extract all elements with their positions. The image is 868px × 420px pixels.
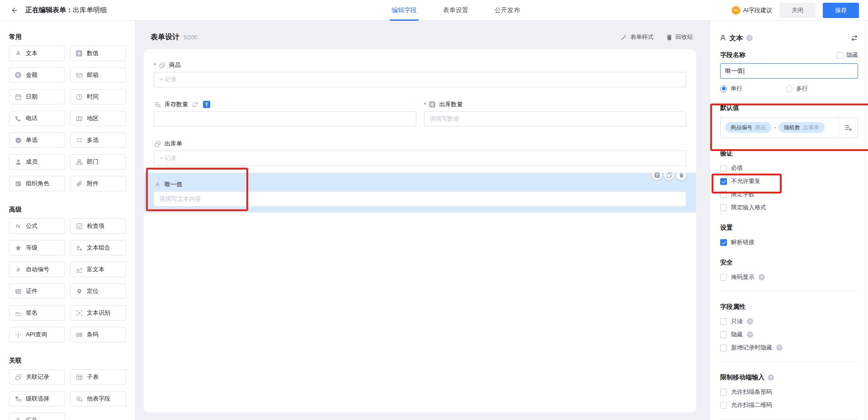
sidebar-item-subform[interactable]: 子表 — [70, 369, 126, 385]
sidebar-item-label: 部门 — [87, 158, 99, 166]
duplicate-field-button[interactable] — [664, 170, 674, 180]
sidebar-item-signature[interactable]: 签名 — [9, 305, 65, 321]
canvas-tool-trash[interactable]: 回收站 — [665, 33, 693, 41]
help-icon[interactable]: ? — [776, 344, 783, 351]
default-value-tag[interactable]: 随机数出库单 — [778, 122, 825, 133]
text-icon: A — [154, 181, 161, 188]
sidebar-item-text-combo[interactable]: 文本组合 — [70, 240, 126, 255]
option-row-新增记录时隐藏: 新增记录时隐藏? — [720, 343, 858, 352]
sidebar-item-id-card[interactable]: 证件 — [9, 283, 65, 299]
field-input-库存数量[interactable] — [154, 111, 416, 127]
sidebar-item-ocr[interactable]: A文本识别 — [70, 305, 126, 321]
checkbox-解析链接[interactable] — [720, 239, 727, 246]
checkbox-新增记录时隐藏[interactable] — [720, 344, 727, 351]
field-label: 出库单 — [154, 139, 686, 148]
back-arrow-icon[interactable] — [9, 5, 20, 16]
checkbox-掩码显示[interactable] — [720, 274, 727, 281]
option-row-只读: 只读? — [720, 317, 858, 326]
sidebar-item-formula[interactable]: fx公式 — [9, 218, 65, 234]
checkbox-只读[interactable] — [720, 318, 727, 325]
sidebar-item-rich-text[interactable]: A富文本 — [70, 262, 126, 277]
tab-编辑字段[interactable]: 编辑字段 — [392, 0, 417, 21]
sidebar-item-rating[interactable]: 等级 — [9, 240, 65, 255]
sidebar-item-money[interactable]: ¥金额 — [9, 67, 65, 83]
checkbox-限定输入格式[interactable] — [720, 204, 727, 211]
help-icon[interactable]: ? — [759, 274, 765, 280]
field-input-唯一值[interactable]: 请填写文本内容 — [154, 191, 686, 207]
field-input-出库数量[interactable]: 请填写数值 — [424, 111, 687, 127]
selected-field-block[interactable]: A唯一值请填写文本内容 — [144, 173, 696, 212]
help-icon[interactable]: ? — [746, 35, 753, 41]
form-canvas: 表单设计 5/200 表单样式回收站 *商品+ 记录库存数量T *6出库数量请填… — [136, 21, 710, 420]
sidebar-item-email[interactable]: 邮箱 — [70, 67, 126, 83]
field-input-出库单[interactable]: + 记录 — [154, 151, 686, 166]
sidebar-item-multi-select[interactable]: 多选 — [70, 132, 126, 148]
default-value-tag[interactable]: 商品编号商品 — [725, 122, 771, 133]
checkbox-允许扫描二维码[interactable] — [720, 402, 727, 409]
relation-icon — [154, 140, 161, 147]
hide-checkbox[interactable]: 隐藏 — [837, 51, 858, 59]
checkbox-不允许重复[interactable] — [720, 178, 727, 185]
text-convert-badge: T — [203, 101, 210, 108]
switch-panel-icon[interactable] — [851, 34, 858, 42]
sidebar-item-summary[interactable]: Σ汇总 — [9, 413, 65, 420]
sidebar-item-location[interactable]: 定位 — [70, 283, 126, 299]
sidebar-item-other-table-field[interactable]: 他表字段 — [70, 391, 126, 406]
radio-多行[interactable] — [786, 85, 793, 92]
sidebar-item-label: 单选 — [26, 136, 38, 144]
close-button[interactable]: 关闭 — [779, 3, 816, 18]
sidebar-item-label: 富文本 — [87, 265, 104, 274]
sidebar-item-api-query[interactable]: API查询 — [9, 327, 65, 342]
checkbox-隐藏[interactable] — [720, 331, 727, 338]
sidebar-item-check-item[interactable]: 检查项 — [70, 218, 126, 234]
tab-公开发布[interactable]: 公开发布 — [495, 0, 520, 21]
checkbox-允许扫描条形码[interactable] — [720, 389, 727, 396]
help-icon[interactable]: ? — [747, 331, 753, 338]
option-label: 允许扫描二维码 — [731, 401, 772, 409]
tab-表单设置[interactable]: 表单设置 — [443, 0, 468, 21]
multi-select-icon — [75, 137, 83, 144]
sidebar-item-department[interactable]: 部门 — [70, 154, 126, 170]
ai-field-suggest-button[interactable]: AI AI字段建议 — [732, 6, 772, 14]
sidebar-item-text[interactable]: A文本 — [9, 46, 65, 61]
sidebar-item-relation[interactable]: 关联记录 — [9, 369, 65, 385]
text-combo-icon — [75, 244, 83, 251]
checkbox-限定字数[interactable] — [720, 191, 727, 198]
sidebar-item-region[interactable]: 地区 — [70, 111, 126, 126]
sidebar-item-org-role[interactable]: 组织角色 — [9, 176, 65, 191]
delete-field-button[interactable] — [676, 170, 686, 180]
radio-label: 单行 — [731, 85, 742, 93]
formula-edit-icon[interactable] — [838, 118, 858, 137]
line-mode-单行[interactable]: 单行 — [720, 85, 742, 93]
convert-field-type-button[interactable] — [652, 170, 662, 180]
line-mode-多行[interactable]: 多行 — [786, 85, 808, 93]
sidebar-item-barcode[interactable]: 条码 — [70, 327, 126, 342]
sidebar-item-auto-number[interactable]: #自动编号 — [9, 262, 65, 277]
sidebar-item-single-select[interactable]: 单选 — [9, 132, 65, 148]
sidebar-item-member[interactable]: 成员 — [9, 154, 65, 170]
default-value-input[interactable]: 商品编号商品-随机数出库单 — [720, 117, 858, 138]
sidebar-item-cascade[interactable]: 级联选择 — [9, 391, 65, 406]
auto-number-icon: # — [14, 266, 22, 273]
help-icon[interactable]: ? — [747, 318, 753, 325]
field-name-input[interactable]: 唯一值 — [720, 63, 858, 79]
delete-field-icon — [678, 171, 685, 179]
required-asterisk: * — [424, 101, 426, 108]
other-table-field-icon — [75, 395, 83, 402]
help-icon[interactable]: ? — [768, 374, 774, 381]
option-label: 新增记录时隐藏 — [731, 344, 772, 352]
sidebar-item-phone[interactable]: 电话 — [9, 111, 65, 126]
checkbox-必填[interactable] — [720, 165, 727, 172]
field-label-text: 唯一值 — [165, 180, 182, 189]
radio-label: 多行 — [796, 85, 808, 93]
radio-单行[interactable] — [720, 85, 727, 92]
number-icon: 6 — [429, 101, 436, 108]
save-button[interactable]: 保存 — [823, 3, 859, 18]
sidebar-item-attachment[interactable]: 附件 — [70, 176, 126, 191]
hide-checkbox-box[interactable] — [837, 52, 844, 59]
sidebar-item-time[interactable]: 时间 — [70, 89, 126, 104]
field-input-商品[interactable]: + 记录 — [154, 72, 686, 87]
sidebar-item-date[interactable]: 日期 — [9, 89, 65, 104]
sidebar-item-number[interactable]: 6数值 — [70, 46, 126, 61]
canvas-tool-wand[interactable]: 表单样式 — [620, 33, 654, 41]
